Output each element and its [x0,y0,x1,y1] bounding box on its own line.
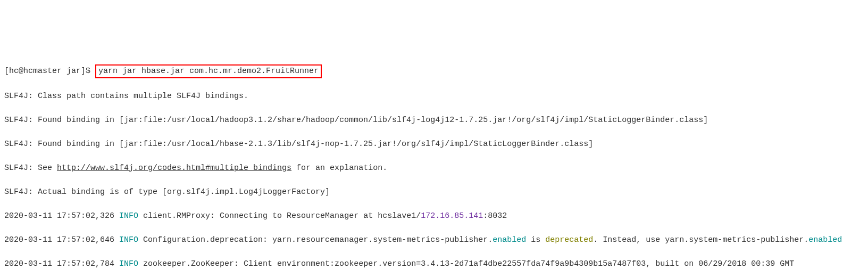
log-line: 2020-03-11 17:57:02,646 INFO Configurati… [4,234,864,247]
log-level-info: INFO [119,211,138,221]
log-text: Configuration.deprecation: yarn.resource… [138,235,493,244]
log-line: SLF4J: Class path contains multiple SLF4… [4,91,864,103]
log-text: zookeeper.ZooKeeper: Client environment:… [138,259,794,268]
keyword-deprecated: deprecated [545,235,593,244]
shell-prompt: [hc@hcmaster jar]$ [4,67,95,76]
log-text: client.RMProxy: Connecting to ResourceMa… [138,211,421,221]
log-level-info: INFO [119,235,138,244]
log-text: :8032 [483,211,507,221]
highlighted-command: yarn jar hbase.jar com.hc.mr.demo2.Fruit… [95,64,322,79]
log-level-info: INFO [119,259,138,268]
log-line: SLF4J: Found binding in [jar:file:/usr/l… [4,115,864,127]
log-url: http://www.slf4j.org/codes.html#multiple… [57,164,291,173]
log-line: SLF4J: Actual binding is of type [org.sl… [4,186,864,199]
log-line: 2020-03-11 17:57:02,326 INFO client.RMPr… [4,210,864,223]
keyword-enabled: enabled [493,235,526,244]
log-timestamp: 2020-03-11 17:57:02,784 [4,259,119,268]
log-timestamp: 2020-03-11 17:57:02,646 [4,235,119,244]
log-line: SLF4J: See http://www.slf4j.org/codes.ht… [4,162,864,175]
log-timestamp: 2020-03-11 17:57:02,326 [4,211,119,221]
keyword-enabled: enabled [808,235,842,244]
ip-address: 172.16.85.141 [421,211,483,221]
terminal-output: [hc@hcmaster jar]$ yarn jar hbase.jar co… [4,52,864,269]
command-line: [hc@hcmaster jar]$ yarn jar hbase.jar co… [4,64,864,79]
log-line: 2020-03-11 17:57:02,784 INFO zookeeper.Z… [4,258,864,270]
log-text: is [526,235,545,244]
log-text: SLF4J: See [4,164,57,173]
log-line: SLF4J: Found binding in [jar:file:/usr/l… [4,138,864,151]
log-text: . Instead, use yarn.system-metrics-publi… [593,235,808,244]
log-text: for an explanation. [291,164,387,173]
